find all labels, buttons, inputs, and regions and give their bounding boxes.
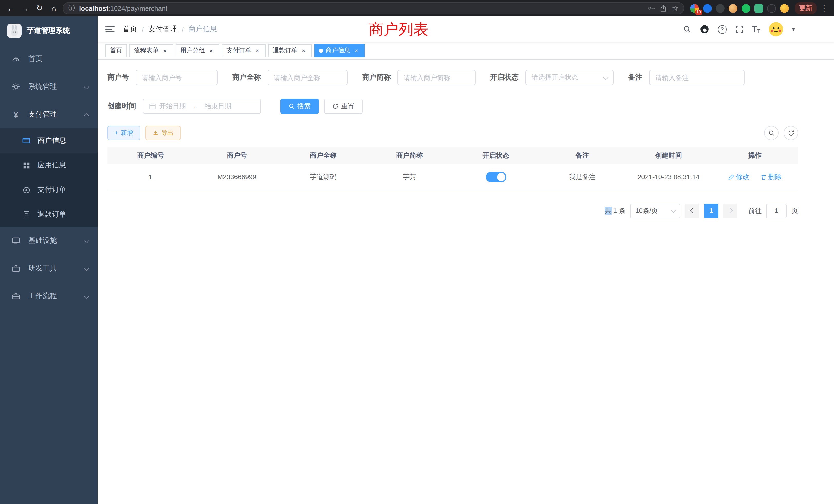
filter-row-2: 创建时间 开始日期 - 结束日期 搜索 重置 (107, 98, 798, 114)
site-info-icon[interactable]: ⓘ (68, 4, 75, 13)
sidebar-item-payment[interactable]: ¥ 支付管理 (0, 100, 97, 128)
bookmark-star-icon[interactable]: ☆ (672, 4, 678, 12)
status-select[interactable]: 请选择开启状态 (525, 70, 614, 85)
close-icon[interactable]: × (300, 47, 307, 54)
sidebar-item-devtools[interactable]: 研发工具 (0, 255, 97, 282)
sidebar-item-infrastructure[interactable]: 基础设施 (0, 227, 97, 255)
next-page-button[interactable] (723, 204, 738, 218)
sidebar-item-workflow[interactable]: 工作流程 (0, 282, 97, 310)
cell-status (453, 164, 539, 190)
sidebar-item-home[interactable]: 首页 (0, 45, 97, 73)
chevron-down-icon (85, 236, 88, 245)
extension-icon[interactable] (767, 4, 776, 13)
forward-icon[interactable]: → (20, 3, 31, 14)
github-icon[interactable] (700, 25, 709, 34)
extension-icon[interactable]: 10 (690, 4, 699, 13)
tab-home[interactable]: 首页 (105, 44, 127, 57)
merchant-table: 商户编号 商户号 商户全称 商户简称 开启状态 备注 创建时间 操作 1 M23… (107, 147, 798, 190)
extension-icon[interactable] (742, 4, 750, 13)
browser-update-chip[interactable]: 更新 (795, 2, 816, 14)
sidebar-menu: 首页 系统管理 ¥ 支付管理 商户信息 应用信息 (0, 45, 97, 310)
date-range-picker[interactable]: 开始日期 - 结束日期 (143, 98, 261, 114)
merchant-no-input[interactable] (136, 70, 218, 85)
col-merchant-no: 商户号 (194, 147, 280, 164)
sidebar-item-merchant-info[interactable]: 商户信息 (0, 128, 97, 153)
sidebar-item-label: 研发工具 (28, 264, 57, 273)
key-icon[interactable] (648, 5, 655, 12)
breadcrumb-item[interactable]: 首页 (123, 25, 137, 34)
cell-actions: 修改 删除 (712, 164, 798, 190)
short-name-input[interactable] (397, 70, 476, 85)
page-number-button[interactable]: 1 (704, 204, 719, 218)
tab-merchant-info[interactable]: 商户信息× (314, 44, 365, 57)
date-end-placeholder[interactable]: 结束日期 (205, 101, 232, 111)
prev-page-button[interactable] (685, 204, 699, 218)
extension-icon[interactable] (780, 4, 789, 13)
active-dot (319, 48, 323, 53)
date-start-placeholder[interactable]: 开始日期 (159, 101, 186, 111)
tab-process-form[interactable]: 流程表单× (129, 44, 173, 57)
goto-suffix: 页 (791, 206, 798, 215)
extension-icon[interactable] (703, 4, 712, 13)
sidebar-item-app-info[interactable]: 应用信息 (0, 153, 97, 178)
close-icon[interactable]: × (207, 47, 215, 54)
edit-button[interactable]: 修改 (728, 173, 749, 182)
url-path: :1024/pay/merchant (108, 4, 168, 12)
extension-icon[interactable] (729, 4, 738, 13)
chevron-down-icon[interactable]: ▾ (792, 26, 795, 32)
user-avatar[interactable] (769, 22, 784, 37)
sidebar-item-system[interactable]: 系统管理 (0, 73, 97, 100)
cell-short-name: 芋艿 (367, 164, 453, 190)
extension-icon[interactable] (754, 4, 763, 13)
toggle-search-button[interactable] (764, 126, 778, 140)
close-icon[interactable]: × (353, 47, 360, 54)
add-button[interactable]: + 新增 (107, 126, 140, 140)
search-button[interactable]: 搜索 (280, 98, 319, 114)
page-size-select[interactable]: 10条/页 (630, 204, 680, 218)
close-icon[interactable]: × (161, 47, 169, 54)
gear-icon (11, 83, 21, 91)
full-name-label: 商户全称 (232, 73, 261, 82)
back-icon[interactable]: ← (5, 3, 17, 14)
delete-button[interactable]: 删除 (761, 173, 782, 182)
status-toggle[interactable] (486, 172, 506, 182)
font-size-icon[interactable]: TT (752, 25, 760, 34)
tab-user-group[interactable]: 用户分组× (176, 44, 219, 57)
close-icon[interactable]: × (254, 47, 261, 54)
breadcrumb-separator: / (182, 25, 184, 33)
full-name-input[interactable] (267, 70, 348, 85)
sidebar-item-refund-order[interactable]: 退款订单 (0, 202, 97, 227)
url-text[interactable]: localhost:1024/pay/merchant (79, 4, 644, 12)
extension-icon[interactable] (716, 4, 725, 13)
cell-create-time: 2021-10-23 08:31:14 (626, 164, 712, 190)
chevron-down-icon (85, 83, 88, 91)
help-icon[interactable]: ? (718, 25, 726, 33)
sidebar-item-pay-order[interactable]: 支付订单 (0, 178, 97, 202)
search-icon[interactable] (683, 25, 691, 33)
chevron-down-icon (85, 292, 88, 300)
reset-button[interactable]: 重置 (324, 98, 363, 114)
reload-icon[interactable]: ↻ (34, 3, 45, 14)
refresh-button[interactable] (784, 126, 798, 140)
tab-pay-order[interactable]: 支付订单× (222, 44, 265, 57)
breadcrumb: 首页 / 支付管理 / 商户信息 (123, 25, 217, 34)
goto-page-input[interactable] (766, 204, 787, 218)
fullscreen-icon[interactable] (735, 25, 743, 33)
export-button[interactable]: 导出 (145, 126, 181, 140)
col-create-time: 创建时间 (626, 147, 712, 164)
sidebar-toggle[interactable] (105, 26, 114, 32)
main-area: 首页 / 支付管理 / 商户信息 ? TT ▾ 商户列表 首页 流程表单× 用户… (97, 17, 834, 504)
filter-row-1: 商户号 商户全称 商户简称 开启状态 请选择开启状态 备注 (107, 70, 798, 85)
share-icon[interactable] (660, 5, 667, 12)
address-bar[interactable]: ⓘ localhost:1024/pay/merchant ☆ (63, 2, 684, 14)
date-separator: - (189, 102, 202, 110)
payment-submenu: 商户信息 应用信息 支付订单 退款订单 (0, 128, 97, 227)
short-name-label: 商户简称 (362, 73, 391, 82)
home-icon[interactable]: ⌂ (48, 3, 60, 14)
remark-input[interactable] (649, 70, 745, 85)
app-logo[interactable]: 芋道管理系统 (0, 17, 97, 45)
breadcrumb-item[interactable]: 支付管理 (148, 25, 177, 34)
browser-menu-icon[interactable]: ⋮ (820, 4, 829, 13)
remark-label: 备注 (628, 73, 642, 82)
tab-refund-order[interactable]: 退款订单× (268, 44, 312, 57)
